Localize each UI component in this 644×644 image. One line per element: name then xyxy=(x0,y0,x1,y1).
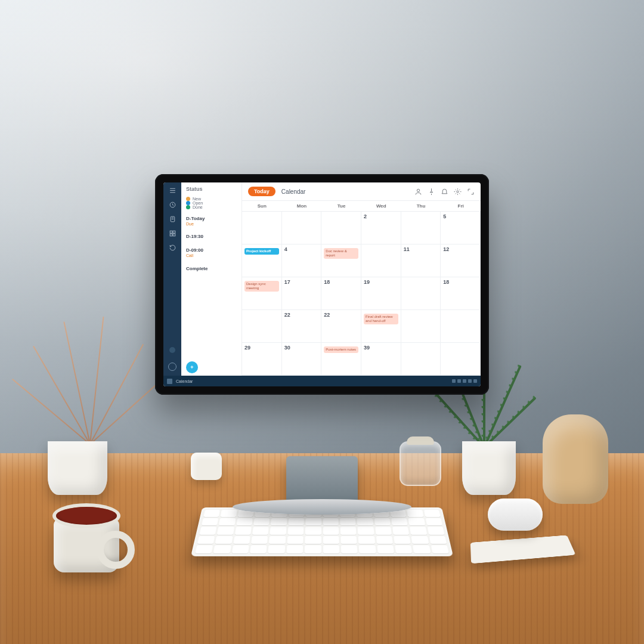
toolbar: Today Calendar xyxy=(242,182,481,200)
expand-icon[interactable] xyxy=(466,187,475,196)
calendar-cell[interactable]: 30 xyxy=(282,343,322,376)
list-item-title: D-Today xyxy=(186,216,237,222)
refresh-icon[interactable] xyxy=(168,363,177,371)
pin-icon[interactable] xyxy=(427,187,435,196)
date-number: 18 xyxy=(324,279,358,285)
calendar-cell[interactable]: 17 xyxy=(282,277,322,310)
list-item[interactable]: Complete xyxy=(186,264,237,272)
taskbar-app-label[interactable]: Calendar xyxy=(176,379,193,383)
calendar-cell[interactable]: Final draft review and hand-off xyxy=(361,310,401,343)
filter-chip[interactable]: Done xyxy=(186,205,237,209)
calendar-cell[interactable]: Post-mortem notes xyxy=(321,343,361,376)
note-icon[interactable] xyxy=(168,215,177,223)
list-item[interactable]: D-TodayDue xyxy=(186,214,237,226)
calendar-cell[interactable] xyxy=(401,212,441,244)
calendar-cell[interactable]: 22 xyxy=(321,310,361,343)
date-number: 18 xyxy=(443,279,478,285)
add-button[interactable]: + xyxy=(186,361,198,373)
calendar-cell[interactable] xyxy=(361,244,401,277)
date-number: 5 xyxy=(443,213,478,219)
filter-chip[interactable]: Open xyxy=(186,201,237,205)
user-icon[interactable] xyxy=(414,187,422,196)
calendar-cell[interactable]: 4 xyxy=(282,244,322,277)
calendar-cell[interactable]: 22 xyxy=(282,310,322,343)
date-number: 22 xyxy=(324,312,358,318)
nav-sidebar xyxy=(163,182,181,376)
list-item-subtitle: Due xyxy=(186,222,237,227)
calendar-cell[interactable] xyxy=(401,343,441,376)
date-number: 39 xyxy=(364,345,398,351)
calendar-main: Today Calendar SunMonTueWedThuFri 25Proj… xyxy=(242,182,481,376)
calendar-event[interactable]: Design sync meeting xyxy=(244,281,279,292)
side-panel: Status NewOpenDone D-TodayDueD-19:30D-09… xyxy=(181,182,242,376)
calendar-cell[interactable]: 39 xyxy=(361,343,401,376)
svg-point-7 xyxy=(456,190,458,192)
history-icon[interactable] xyxy=(168,243,177,252)
svg-rect-3 xyxy=(173,231,175,233)
day-header: Thu xyxy=(401,201,441,211)
calendar-cell[interactable]: 5 xyxy=(441,212,481,244)
calendar-cell[interactable]: Doc review & report xyxy=(321,244,361,277)
calendar-cell[interactable]: Project kickoff xyxy=(242,244,282,277)
calendar-grid: 25Project kickoff4Doc review & report111… xyxy=(242,212,481,376)
day-header-row: SunMonTueWedThuFri xyxy=(242,200,481,212)
start-icon[interactable] xyxy=(167,379,172,384)
date-number: 2 xyxy=(364,213,398,219)
date-number: 12 xyxy=(443,246,478,252)
list-item-title: Complete xyxy=(186,267,237,272)
list-item-subtitle: Call xyxy=(186,253,237,258)
calendar-cell[interactable] xyxy=(441,343,481,376)
taskbar: Calendar xyxy=(163,376,481,386)
menu-icon[interactable] xyxy=(168,186,177,194)
calendar-cell[interactable]: 11 xyxy=(401,244,441,277)
date-number: 19 xyxy=(364,279,398,285)
list-item-title: D-09:00 xyxy=(186,248,237,253)
date-number: 4 xyxy=(284,246,319,252)
day-header: Fri xyxy=(441,201,481,211)
calendar-cell[interactable] xyxy=(401,310,441,343)
day-header: Wed xyxy=(361,201,401,211)
calendar-event[interactable]: Post-mortem notes xyxy=(324,346,358,353)
svg-rect-4 xyxy=(170,234,172,236)
calendar-cell[interactable]: 19 xyxy=(361,277,401,310)
calendar-cell[interactable] xyxy=(321,212,361,244)
system-tray[interactable] xyxy=(452,379,477,383)
today-button[interactable]: Today xyxy=(248,187,275,196)
list-item[interactable]: D-19:30 xyxy=(186,232,237,240)
list-item-title: D-19:30 xyxy=(186,234,237,240)
page-title: Calendar xyxy=(281,188,306,195)
calendar-cell[interactable]: 2 xyxy=(361,212,401,244)
calendar-cell[interactable]: 18 xyxy=(441,277,481,310)
filter-color-icon xyxy=(186,201,190,205)
date-number: 11 xyxy=(404,246,438,252)
list-item[interactable]: D-09:00Call xyxy=(186,246,237,258)
calendar-event[interactable]: Project kickoff xyxy=(244,248,279,255)
settings-icon[interactable] xyxy=(453,187,462,196)
svg-point-6 xyxy=(417,189,419,191)
date-number: 30 xyxy=(284,345,319,351)
calendar-cell[interactable] xyxy=(441,310,481,343)
bell-icon[interactable] xyxy=(440,187,448,196)
calendar-cell[interactable] xyxy=(242,310,282,343)
filter-color-icon xyxy=(186,205,190,209)
date-number: 22 xyxy=(284,312,319,318)
svg-rect-2 xyxy=(170,231,172,233)
date-number: 17 xyxy=(284,279,319,285)
clock-icon[interactable] xyxy=(168,200,177,209)
svg-rect-5 xyxy=(173,234,175,236)
calendar-cell[interactable] xyxy=(282,212,322,244)
day-header: Mon xyxy=(282,201,322,211)
calendar-event[interactable]: Doc review & report xyxy=(324,248,358,259)
grid-icon[interactable] xyxy=(168,229,177,237)
calendar-cell[interactable]: 29 xyxy=(242,343,282,376)
status-dot-icon xyxy=(169,347,175,353)
filter-color-icon xyxy=(186,197,190,201)
calendar-cell[interactable]: 12 xyxy=(441,244,481,277)
calendar-cell[interactable]: Design sync meeting xyxy=(242,277,282,310)
calendar-cell[interactable] xyxy=(242,212,282,244)
filter-chip[interactable]: New xyxy=(186,197,237,201)
filter-label: Open xyxy=(193,201,203,205)
calendar-cell[interactable] xyxy=(401,277,441,310)
calendar-event[interactable]: Final draft review and hand-off xyxy=(364,314,398,324)
calendar-cell[interactable]: 18 xyxy=(321,277,361,310)
